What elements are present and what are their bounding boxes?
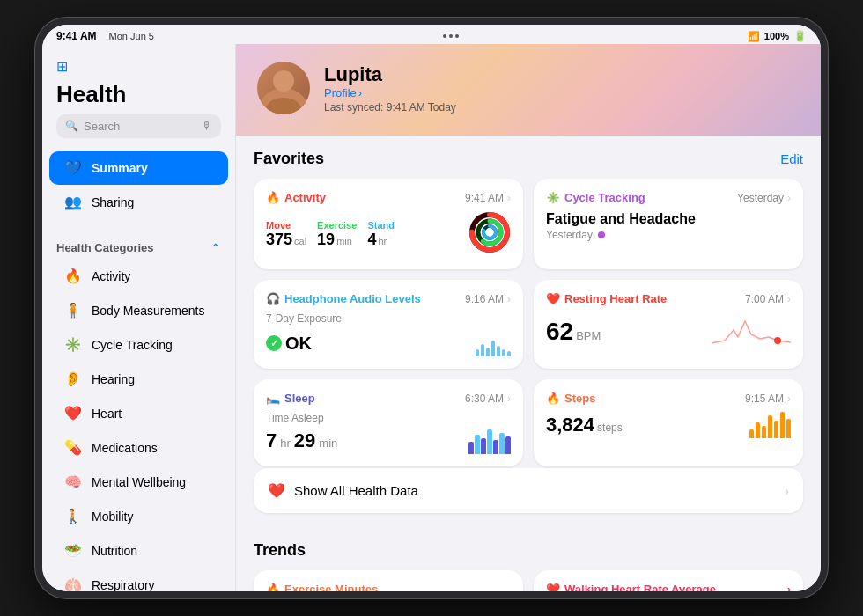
- sidebar-item-hearing[interactable]: 👂 Hearing: [49, 363, 228, 396]
- profile-header: Lupita Profile › Last synced: 9:41 AM To…: [236, 44, 821, 136]
- sharing-icon: 👥: [63, 193, 83, 212]
- heart-rate-body: 62 BPM: [546, 312, 791, 351]
- sleep-hr-unit: hr: [280, 436, 291, 450]
- battery-text: 100%: [764, 31, 789, 41]
- steps-body: 3,824 steps: [546, 412, 791, 438]
- cycle-card-title: ✳️ Cycle Tracking: [546, 191, 645, 204]
- respiratory-label: Respiratory: [92, 578, 155, 591]
- cycle-label: Cycle Tracking: [92, 338, 173, 352]
- activity-card[interactable]: 🔥 Activity 9:41 AM ›: [254, 179, 523, 269]
- activity-chevron: ›: [507, 192, 511, 204]
- cycle-time: Yesterday: [737, 192, 784, 204]
- trend-heart-icon: ❤️: [546, 583, 560, 591]
- profile-sync: Last synced: 9:41 AM Today: [324, 101, 800, 114]
- favorites-title: Favorites: [254, 150, 324, 168]
- ipad-frame: 9:41 AM Mon Jun 5 📶 100% 🔋 ⊞ Health: [35, 18, 828, 598]
- app-area: ⊞ Health 🔍 Search 🎙 💙 Summary: [42, 44, 821, 591]
- sleep-stats: 7 hr 29 min: [266, 429, 337, 452]
- microphone-icon[interactable]: 🎙: [202, 120, 212, 132]
- exercise-label: Exercise: [317, 220, 357, 231]
- search-icon: 🔍: [65, 120, 78, 132]
- move-stat: Move 375 cal: [266, 220, 306, 249]
- wifi-icon: 📶: [748, 31, 760, 42]
- sleep-card[interactable]: 🛌 Sleep 6:30 AM › Time Asleep: [254, 379, 523, 466]
- heart-rate-card[interactable]: ❤️ Resting Heart Rate 7:00 AM ›: [534, 280, 803, 369]
- heart-rate-value: 62: [546, 318, 573, 346]
- sleep-chart: [468, 428, 511, 454]
- battery-icon: 🔋: [793, 30, 807, 42]
- nutrition-icon: 🥗: [63, 541, 83, 561]
- sidebar-item-nutrition[interactable]: 🥗 Nutrition: [49, 534, 228, 568]
- show-all-chevron: ›: [785, 484, 789, 498]
- stand-value: 4: [367, 231, 376, 249]
- headphone-label: 7-Day Exposure: [266, 312, 511, 325]
- search-bar[interactable]: 🔍 Search 🎙: [56, 114, 221, 138]
- exercise-stat: Exercise 19 min: [317, 220, 357, 249]
- profile-link[interactable]: Profile ›: [324, 86, 800, 99]
- sleep-hours: 7: [266, 429, 277, 452]
- activity-icon: 🔥: [63, 267, 83, 286]
- main-content: Lupita Profile › Last synced: 9:41 AM To…: [236, 44, 821, 591]
- favorites-header: Favorites Edit: [254, 150, 803, 168]
- medications-label: Medications: [92, 441, 158, 455]
- headphone-card-title: 🎧 Headphone Audio Levels: [266, 292, 421, 305]
- cycle-card-header: ✳️ Cycle Tracking Yesterday ›: [546, 191, 791, 204]
- sidebar-item-mental[interactable]: 🧠 Mental Wellbeing: [49, 466, 228, 499]
- trends-title: Trends: [254, 541, 803, 560]
- move-value: 375: [266, 231, 292, 249]
- stand-unit: hr: [378, 236, 387, 246]
- categories-chevron[interactable]: ⌃: [210, 241, 221, 255]
- sidebar-item-mobility[interactable]: 🚶 Mobility: [49, 500, 228, 533]
- activity-rings: [468, 211, 511, 257]
- trend-exercise-title: 🔥 Exercise Minutes: [266, 583, 511, 591]
- sidebar-item-body[interactable]: 🧍 Body Measurements: [49, 294, 228, 327]
- steps-card-header: 🔥 Steps 9:15 AM ›: [546, 392, 791, 405]
- sleep-time: 6:30 AM: [465, 392, 504, 405]
- sleep-card-header: 🛌 Sleep 6:30 AM ›: [266, 392, 511, 405]
- sidebar-item-sharing[interactable]: 👥 Sharing: [49, 186, 228, 219]
- activity-card-icon: 🔥: [266, 191, 280, 204]
- sidebar-item-heart[interactable]: ❤️ Heart: [49, 397, 228, 430]
- trend-card-heart[interactable]: ❤️ Walking Heart Rate Average ›: [534, 570, 803, 591]
- profile-name: Lupita: [324, 63, 800, 86]
- heart-label: Heart: [92, 407, 122, 421]
- headphone-card[interactable]: 🎧 Headphone Audio Levels 9:16 AM › 7-Day…: [254, 280, 523, 369]
- hearing-label: Hearing: [92, 372, 135, 386]
- trend-heart-title: ❤️ Walking Heart Rate Average ›: [546, 583, 791, 591]
- activity-card-header: 🔥 Activity 9:41 AM ›: [266, 191, 511, 204]
- body-icon: 🧍: [63, 301, 83, 320]
- heart-rate-card-header: ❤️ Resting Heart Rate 7:00 AM ›: [546, 292, 791, 305]
- trends-cards: 🔥 Exercise Minutes: [254, 570, 803, 591]
- hearing-icon: 👂: [63, 370, 83, 389]
- cycle-card-icon: ✳️: [546, 191, 560, 204]
- trend-card-exercise[interactable]: 🔥 Exercise Minutes: [254, 570, 523, 591]
- activity-label: Activity: [92, 269, 130, 283]
- sidebar-item-respiratory[interactable]: 🫁 Respiratory: [49, 568, 228, 591]
- summary-icon: 💙: [63, 158, 83, 178]
- avatar-image: [257, 62, 310, 114]
- edit-button[interactable]: Edit: [780, 151, 803, 166]
- sidebar-item-summary[interactable]: 💙 Summary: [49, 151, 228, 185]
- move-unit: cal: [294, 236, 306, 246]
- steps-card-title: 🔥 Steps: [546, 392, 595, 405]
- heart-rate-unit: BPM: [576, 329, 601, 342]
- ok-text: OK: [285, 334, 312, 354]
- sidebar-toggle[interactable]: ⊞: [56, 58, 221, 75]
- cycle-card[interactable]: ✳️ Cycle Tracking Yesterday › Fatigue an…: [534, 179, 803, 269]
- exercise-unit: min: [336, 236, 352, 246]
- show-all-card[interactable]: ❤️ Show All Health Data ›: [254, 468, 803, 513]
- cycle-body: Fatigue and Headache Yesterday: [546, 211, 791, 241]
- ipad-screen: 9:41 AM Mon Jun 5 📶 100% 🔋 ⊞ Health: [42, 25, 821, 591]
- sidebar-item-activity[interactable]: 🔥 Activity: [49, 260, 228, 293]
- steps-card[interactable]: 🔥 Steps 9:15 AM ›: [534, 379, 803, 466]
- steps-card-icon: 🔥: [546, 392, 560, 405]
- move-label: Move: [266, 220, 306, 231]
- sidebar-item-cycle[interactable]: ✳️ Cycle Tracking: [49, 328, 228, 362]
- categories-list: 🔥 Activity 🧍 Body Measurements ✳️ Cycle …: [42, 259, 235, 591]
- headphone-card-icon: 🎧: [266, 292, 280, 305]
- headphone-time: 9:16 AM: [465, 293, 504, 305]
- sleep-card-title: 🛌 Sleep: [266, 392, 315, 405]
- sidebar-summary-label: Summary: [92, 161, 148, 175]
- check-icon: ✓: [266, 335, 282, 351]
- sidebar-item-medications[interactable]: 💊 Medications: [49, 431, 228, 465]
